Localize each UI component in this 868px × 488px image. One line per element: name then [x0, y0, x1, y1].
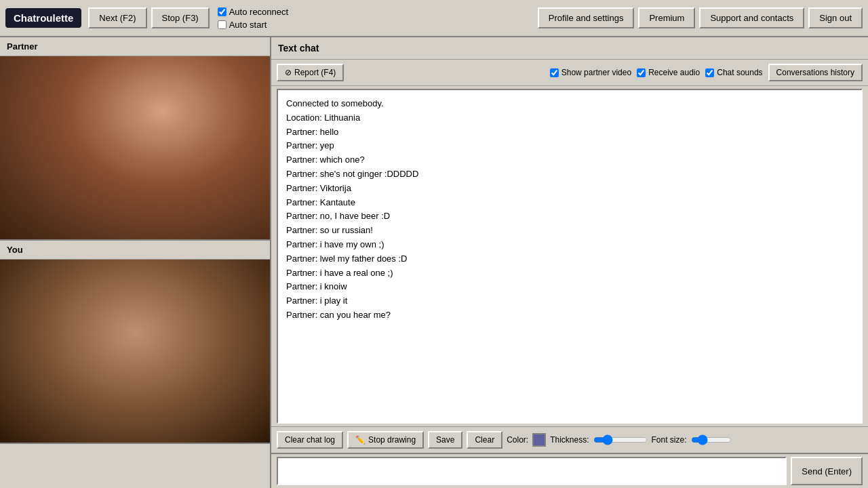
you-cam-feed — [0, 260, 270, 443]
receive-audio-label: Receive audio — [648, 68, 700, 77]
fontsize-label: Font size: — [652, 435, 687, 445]
chat-message: Partner: i knoiw — [286, 280, 853, 294]
chat-message: Partner: yep — [286, 139, 853, 153]
report-icon: ⊘ — [285, 68, 292, 77]
partner-cam-feed — [0, 56, 270, 239]
chat-toolbar: Clear chat log ✏️ Stop drawing Save Clea… — [271, 426, 868, 453]
you-label: You — [0, 241, 270, 260]
report-label: Report (F4) — [294, 68, 336, 77]
chat-message: Location: Lithuania — [286, 111, 853, 125]
partner-label: Partner — [0, 37, 270, 56]
auto-start-label: Auto start — [229, 20, 267, 30]
partner-video — [0, 56, 270, 239]
chat-message: Partner: can you hear me? — [286, 308, 853, 323]
chat-message: Partner: no, I have beer :D — [286, 209, 853, 224]
next-button[interactable]: Next (F2) — [88, 7, 146, 28]
show-video-checkbox[interactable] — [550, 68, 559, 77]
chat-input-area: Send (Enter) — [271, 453, 868, 488]
show-video-option[interactable]: Show partner video — [550, 68, 631, 77]
right-panel: Text chat ⊘ Report (F4) Show partner vid… — [271, 37, 868, 488]
chat-sounds-label: Chat sounds — [717, 68, 762, 77]
receive-audio-option[interactable]: Receive audio — [637, 68, 700, 77]
partner-section: Partner — [0, 37, 270, 241]
clear-button[interactable]: Clear — [467, 431, 502, 449]
you-section: You — [0, 241, 270, 444]
chat-sounds-option[interactable]: Chat sounds — [705, 68, 762, 77]
chat-message: Partner: so ur russian! — [286, 224, 853, 238]
chat-message: Partner: Viktorija — [286, 182, 853, 196]
main-content: Partner You Text chat ⊘ Report (F4) Show… — [0, 37, 868, 488]
chat-messages: Connected to somebody.Location: Lithuani… — [277, 89, 863, 424]
save-button[interactable]: Save — [428, 431, 462, 449]
fontsize-slider[interactable] — [691, 434, 732, 445]
app-logo: Chatroulette — [5, 8, 81, 28]
conversations-history-button[interactable]: Conversations history — [768, 64, 863, 81]
chat-message: Partner: which one? — [286, 153, 853, 167]
send-button[interactable]: Send (Enter) — [791, 457, 863, 485]
message-list: Connected to somebody.Location: Lithuani… — [286, 97, 853, 323]
auto-start-option[interactable]: Auto start — [218, 20, 288, 30]
auto-reconnect-option[interactable]: Auto reconnect — [218, 7, 288, 17]
chat-message: Connected to somebody. — [286, 97, 853, 111]
nav-right-buttons: Profile and settings Premium Support and… — [538, 7, 863, 28]
auto-reconnect-label: Auto reconnect — [229, 7, 288, 17]
premium-button[interactable]: Premium — [638, 7, 695, 28]
stop-drawing-button[interactable]: ✏️ Stop drawing — [347, 431, 424, 449]
thickness-slider[interactable] — [593, 434, 648, 445]
auto-start-checkbox[interactable] — [218, 20, 226, 29]
chat-message: Partner: Kantaute — [286, 196, 853, 210]
auto-reconnect-checkbox[interactable] — [218, 7, 226, 16]
chat-sounds-checkbox[interactable] — [705, 68, 714, 77]
support-contacts-button[interactable]: Support and contacts — [699, 7, 804, 28]
profile-settings-button[interactable]: Profile and settings — [538, 7, 635, 28]
thickness-label: Thickness: — [550, 435, 589, 445]
stop-button[interactable]: Stop (F3) — [151, 7, 210, 28]
chat-message: Partner: i play it — [286, 294, 853, 308]
color-swatch[interactable] — [532, 433, 546, 447]
pencil-icon: ✏️ — [355, 435, 366, 445]
chat-controls: ⊘ Report (F4) Show partner video Receive… — [271, 60, 868, 86]
sign-out-button[interactable]: Sign out — [808, 7, 863, 28]
chat-message: Partner: lwel my father does :D — [286, 252, 853, 266]
stop-drawing-label: Stop drawing — [368, 435, 416, 445]
top-navigation: Chatroulette Next (F2) Stop (F3) Auto re… — [0, 0, 868, 37]
chat-message: Partner: she's not ginger :DDDDD — [286, 167, 853, 182]
left-panel: Partner You — [0, 37, 271, 488]
clear-chat-log-button[interactable]: Clear chat log — [277, 431, 343, 449]
report-button[interactable]: ⊘ Report (F4) — [277, 64, 344, 81]
color-label: Color: — [507, 435, 528, 445]
show-video-label: Show partner video — [561, 68, 631, 77]
receive-audio-checkbox[interactable] — [637, 68, 646, 77]
options-group: Auto reconnect Auto start — [218, 7, 288, 30]
chat-message: Partner: i have my own ;) — [286, 238, 853, 252]
chat-input[interactable] — [277, 457, 787, 485]
text-chat-header: Text chat — [271, 37, 868, 60]
chat-message: Partner: hello — [286, 125, 853, 140]
chat-message: Partner: i have a real one ;) — [286, 266, 853, 281]
you-video — [0, 260, 270, 443]
